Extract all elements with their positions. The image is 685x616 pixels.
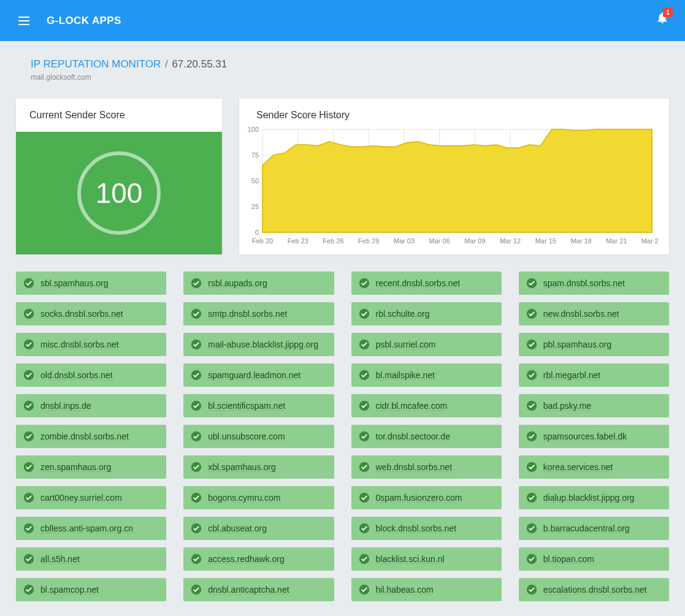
- blacklist-link[interactable]: rbl.schulte.org: [376, 309, 430, 319]
- check-circle-icon: [526, 308, 537, 319]
- blacklist-link[interactable]: pbl.spamhaus.org: [543, 340, 611, 349]
- content: IP REPUTATION MONITOR / 67.20.55.31 mail…: [0, 41, 685, 614]
- blacklist-link[interactable]: cblless.anti-spam.org.cn: [40, 523, 133, 533]
- check-circle-icon: [23, 523, 34, 534]
- blacklist-link[interactable]: all.s5h.net: [40, 554, 80, 564]
- blacklist-link[interactable]: web.dnsbl.sorbs.net: [376, 462, 453, 472]
- check-circle-icon: [23, 278, 34, 289]
- check-circle-icon: [359, 431, 370, 442]
- blacklist-link[interactable]: tor.dnsbl.sectoor.de: [376, 432, 450, 441]
- blacklist-link[interactable]: bl.mailspike.net: [376, 370, 435, 380]
- blacklist-link[interactable]: spamsources.fabel.dk: [543, 432, 627, 441]
- blacklist-item: bl.scientificspam.net: [183, 394, 334, 417]
- check-circle-icon: [359, 492, 370, 503]
- svg-text:0: 0: [255, 229, 259, 236]
- score-body: 100: [16, 132, 222, 254]
- blacklist-link[interactable]: socks.dnsbl.sorbs.net: [40, 309, 123, 319]
- blacklist-item: zombie.dnsbl.sorbs.net: [16, 425, 166, 448]
- blacklist-item: rsbl.aupads.org: [183, 272, 334, 295]
- blacklist-link[interactable]: recent.dnsbl.sorbs.net: [376, 278, 461, 288]
- blacklist-link[interactable]: cbl.abuseat.org: [208, 523, 267, 533]
- menu-icon[interactable]: [18, 13, 33, 28]
- blacklist-link[interactable]: bogons.cymru.com: [208, 493, 280, 503]
- check-circle-icon: [526, 492, 537, 503]
- check-circle-icon: [191, 492, 202, 503]
- blacklist-link[interactable]: dialup.blacklist.jippg.org: [543, 493, 635, 503]
- blacklist-link[interactable]: new.dnsbl.sorbs.net: [543, 309, 619, 319]
- blacklist-link[interactable]: sbl.spamhaus.org: [40, 278, 109, 288]
- check-circle-icon: [23, 462, 34, 473]
- blacklist-item: zen.spamhaus.org: [16, 455, 166, 479]
- blacklist-link[interactable]: bad.psky.me: [543, 401, 591, 411]
- blacklist-item: bad.psky.me: [519, 394, 669, 417]
- blacklist-link[interactable]: rbl.megarbl.net: [543, 370, 600, 380]
- notification-badge: 1: [663, 7, 673, 17]
- blacklist-link[interactable]: escalations.dnsbl.sorbs.net: [543, 585, 647, 595]
- blacklist-link[interactable]: spamguard.leadmon.net: [208, 370, 300, 380]
- blacklist-link[interactable]: ubl.unsubscore.com: [208, 432, 285, 441]
- blacklist-link[interactable]: bl.tiopan.com: [543, 554, 594, 564]
- blacklist-link[interactable]: misc.dnsbl.sorbs.net: [40, 340, 119, 349]
- blacklist-link[interactable]: dnsbl.inps.de: [40, 401, 91, 411]
- svg-text:Mar 06: Mar 06: [429, 237, 450, 245]
- svg-text:Mar 21: Mar 21: [606, 237, 627, 245]
- blacklist-link[interactable]: cidr.bl.mcafee.com: [376, 401, 448, 411]
- check-circle-icon: [23, 370, 34, 381]
- check-circle-icon: [526, 553, 537, 565]
- check-circle-icon: [526, 370, 537, 381]
- svg-text:Feb 29: Feb 29: [358, 237, 379, 245]
- blacklist-item: new.dnsbl.sorbs.net: [519, 302, 669, 325]
- blacklist-item: 0spam.fusionzero.com: [351, 486, 502, 509]
- blacklist-link[interactable]: old.dnsbl.sorbs.net: [40, 370, 113, 380]
- blacklist-link[interactable]: rsbl.aupads.org: [208, 278, 267, 288]
- check-circle-icon: [191, 584, 202, 595]
- check-circle-icon: [191, 308, 202, 319]
- blacklist-link[interactable]: xbl.spamhaus.org: [208, 462, 276, 472]
- blacklist-link[interactable]: korea.services.net: [543, 462, 613, 472]
- svg-text:Mar 12: Mar 12: [500, 237, 521, 245]
- breadcrumb-sep: /: [165, 58, 168, 70]
- score-value: 100: [77, 151, 161, 235]
- check-circle-icon: [191, 553, 202, 565]
- blacklist-link[interactable]: access.redhawk.org: [208, 554, 285, 564]
- breadcrumb: IP REPUTATION MONITOR / 67.20.55.31: [31, 58, 669, 70]
- blacklist-link[interactable]: block.dnsbl.sorbs.net: [376, 523, 457, 533]
- check-circle-icon: [23, 431, 34, 442]
- blacklist-link[interactable]: hil.habeas.com: [376, 585, 434, 595]
- blacklist-grid: sbl.spamhaus.orgrsbl.aupads.orgrecent.dn…: [16, 272, 669, 601]
- blacklist-link[interactable]: zombie.dnsbl.sorbs.net: [40, 432, 129, 441]
- brand-label: G-LOCK APPS: [47, 15, 121, 27]
- blacklist-item: pbl.spamhaus.org: [519, 333, 669, 356]
- blacklist-link[interactable]: psbl.surriel.com: [376, 340, 436, 349]
- blacklist-item: spamsources.fabel.dk: [519, 425, 669, 448]
- blacklist-link[interactable]: smtp.dnsbl.sorbs.net: [208, 309, 287, 319]
- blacklist-item: blacklist.sci.kun.nl: [351, 547, 502, 571]
- blacklist-item: web.dnsbl.sorbs.net: [351, 455, 502, 479]
- blacklist-link[interactable]: dnsbl.anticaptcha.net: [208, 585, 289, 595]
- blacklist-item: cart00ney.surriel.com: [16, 486, 166, 509]
- sub-host-label: mail.glocksoft.com: [31, 73, 669, 82]
- blacklist-link[interactable]: spam.dnsbl.sorbs.net: [543, 278, 625, 288]
- check-circle-icon: [359, 462, 370, 473]
- history-card: Sender Score History 0255075100Feb 20Feb…: [239, 99, 669, 254]
- blacklist-link[interactable]: zen.spamhaus.org: [40, 462, 111, 472]
- svg-text:Mar 24: Mar 24: [641, 237, 658, 245]
- svg-text:Feb 26: Feb 26: [323, 237, 343, 245]
- svg-text:50: 50: [251, 177, 259, 184]
- blacklist-item: socks.dnsbl.sorbs.net: [16, 302, 166, 325]
- blacklist-item: all.s5h.net: [16, 547, 166, 571]
- blacklist-link[interactable]: blacklist.sci.kun.nl: [376, 554, 445, 564]
- blacklist-link[interactable]: cart00ney.surriel.com: [40, 493, 122, 503]
- check-circle-icon: [359, 370, 370, 381]
- notifications-button[interactable]: 1: [656, 11, 669, 27]
- blacklist-link[interactable]: bl.scientificspam.net: [208, 401, 285, 411]
- blacklist-link[interactable]: 0spam.fusionzero.com: [376, 493, 462, 503]
- blacklist-item: korea.services.net: [519, 455, 669, 479]
- blacklist-link[interactable]: mail-abuse.blacklist.jippg.org: [208, 340, 318, 349]
- blacklist-link[interactable]: bl.spamcop.net: [40, 585, 99, 595]
- check-circle-icon: [23, 492, 34, 503]
- breadcrumb-root-link[interactable]: IP REPUTATION MONITOR: [31, 58, 161, 70]
- blacklist-item: sbl.spamhaus.org: [16, 272, 166, 295]
- check-circle-icon: [359, 584, 370, 595]
- blacklist-link[interactable]: b.barracudacentral.org: [543, 523, 630, 533]
